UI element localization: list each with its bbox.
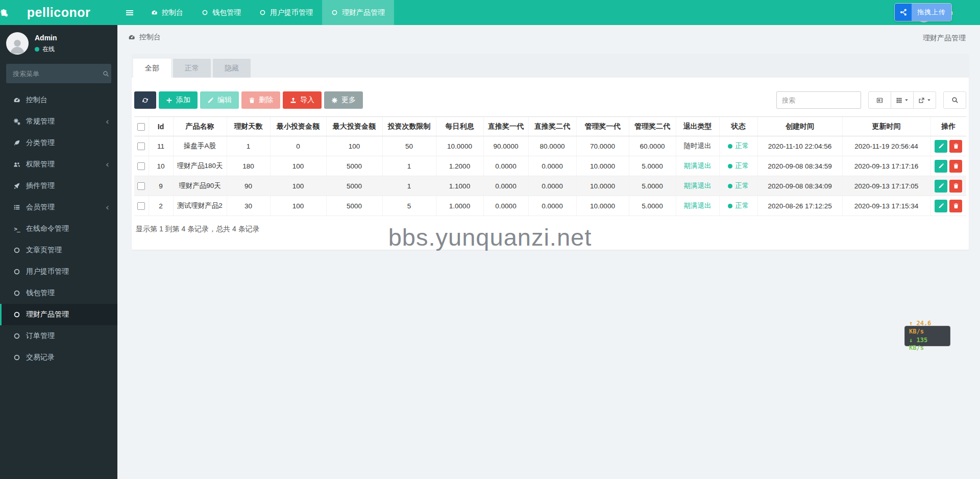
view-button-group [868, 91, 936, 109]
row-checkbox[interactable] [137, 162, 145, 170]
cell-exit-type[interactable]: 期满退出 [676, 176, 719, 196]
refresh-button[interactable] [134, 91, 156, 109]
table-row-2: 2测试理财产品230100500051.00000.00000.000010.0… [134, 196, 966, 216]
cell-id: 9 [149, 176, 173, 196]
row-checkbox[interactable] [137, 142, 145, 150]
col-header-12[interactable]: 退出类型 [676, 117, 719, 136]
topnav-tab-2[interactable]: 钱包管理 [192, 0, 250, 25]
breadcrumb[interactable]: 控制台 [128, 33, 161, 42]
row-delete-button[interactable] [949, 160, 962, 173]
table-search-input[interactable] [776, 91, 861, 109]
cell-status: 正常 [719, 176, 757, 196]
col-header-15[interactable]: 更新时间 [842, 117, 930, 136]
cell-exit-type[interactable]: 期满退出 [676, 196, 719, 216]
sidebar-item-6[interactable]: 会员管理‹ [0, 197, 117, 218]
status-dot [728, 144, 732, 149]
drag-upload-badge[interactable]: 拖拽上传 [895, 4, 951, 21]
cell-manage1: 70.0000 [576, 136, 629, 156]
col-header-2[interactable]: 产品名称 [173, 117, 227, 136]
row-delete-button[interactable] [949, 140, 962, 153]
online-dot [35, 47, 39, 52]
sidebar-user-panel: Admin 在线 [0, 25, 117, 60]
col-header-7[interactable]: 每日利息 [436, 117, 483, 136]
row-edit-button[interactable] [935, 160, 947, 173]
sidebar-item-5[interactable]: 插件管理 [0, 175, 117, 197]
more-button[interactable]: 更多 [324, 91, 363, 109]
col-header-16[interactable]: 操作 [930, 117, 966, 136]
import-button[interactable]: 导入 [283, 91, 322, 109]
row-edit-button[interactable] [935, 200, 947, 212]
sidebar-item-9[interactable]: 用户提币管理 [0, 261, 117, 282]
row-delete-button[interactable] [949, 200, 962, 212]
sidebar-item-11[interactable]: 理财产品管理 [0, 304, 117, 325]
sidebar-item-4[interactable]: 权限管理‹ [0, 154, 117, 175]
list-icon [11, 204, 22, 211]
terminal-icon: >_ [11, 226, 22, 232]
cell-interest: 1.2000 [436, 156, 483, 176]
export-button[interactable] [913, 91, 936, 109]
cell-manage1: 10.0000 [576, 156, 629, 176]
sidebar-item-12[interactable]: 订单管理 [0, 325, 117, 347]
row-checkbox[interactable] [137, 182, 145, 190]
col-header-9[interactable]: 直推奖二代 [528, 117, 576, 136]
col-header-8[interactable]: 直推奖一代 [483, 117, 528, 136]
row-delete-button[interactable] [949, 180, 962, 193]
dashboard-icon [128, 34, 135, 41]
cell-exit-type[interactable]: 随时退出 [676, 136, 719, 156]
sidebar-item-13[interactable]: 交易记录 [0, 347, 117, 368]
user-status: 在线 [35, 45, 57, 54]
sidebar-item-8[interactable]: 文章页管理 [0, 240, 117, 261]
sidebar-item-label: 交易记录 [26, 353, 55, 362]
settings-button[interactable] [0, 0, 8, 25]
col-header-14[interactable]: 创建时间 [757, 117, 842, 136]
sidebar-item-10[interactable]: 钱包管理 [0, 282, 117, 304]
menu-search-input[interactable] [13, 70, 103, 78]
cell-exit-type[interactable]: 期满退出 [676, 156, 719, 176]
filter-tab-1[interactable]: 全部 [133, 59, 171, 78]
sidebar-item-7[interactable]: >_在线命令管理 [0, 218, 117, 240]
cell-limit: 50 [382, 136, 436, 156]
sidebar-item-2[interactable]: 常规管理‹ [0, 111, 117, 132]
sidebar-item-1[interactable]: 控制台 [0, 89, 117, 111]
topnav-tab-label: 理财产品管理 [342, 8, 385, 17]
upload-speed: ↑ 24.6 KB/s [909, 320, 946, 336]
cell-actions [930, 136, 966, 156]
col-header-6[interactable]: 投资次数限制 [382, 117, 436, 136]
edit-button[interactable]: 编辑 [200, 91, 239, 109]
common-search-toggle-button[interactable] [943, 91, 966, 109]
col-header-1[interactable]: Id [149, 117, 173, 136]
sidebar-item-label: 分类管理 [26, 138, 55, 148]
sidebar-item-3[interactable]: 分类管理 [0, 132, 117, 154]
columns-button[interactable] [891, 91, 914, 109]
detail-view-button[interactable] [868, 91, 891, 109]
filter-tab-3[interactable]: 隐藏 [213, 59, 251, 78]
col-header-3[interactable]: 理财天数 [227, 117, 270, 136]
topnav-tab-3[interactable]: 用户提币管理 [250, 0, 322, 25]
data-table: Id产品名称理财天数最小投资金额最大投资金额投资次数限制每日利息直推奖一代直推奖… [134, 116, 966, 216]
gauge-icon [151, 9, 158, 16]
add-button[interactable]: 添加 [159, 91, 198, 109]
cell-interest: 1.0000 [436, 196, 483, 216]
circle-o-icon [11, 354, 22, 361]
filter-tab-bar: 全部正常隐藏 [132, 54, 969, 78]
user-avatar[interactable] [6, 32, 29, 55]
chevron-left-icon: ‹ [106, 160, 109, 169]
cell-min: 0 [270, 136, 326, 156]
row-checkbox[interactable] [137, 202, 145, 210]
topnav-tab-1[interactable]: 控制台 [142, 0, 192, 25]
cell-created: 2020-11-10 22:04:56 [757, 136, 842, 156]
sidebar-toggle-button[interactable] [118, 0, 141, 25]
col-header-10[interactable]: 管理奖一代 [576, 117, 629, 136]
col-header-5[interactable]: 最大投资金额 [326, 117, 382, 136]
col-header-13[interactable]: 状态 [719, 117, 757, 136]
delete-button[interactable]: 删除 [241, 91, 280, 109]
select-all-checkbox[interactable] [137, 123, 145, 131]
cell-select [134, 136, 149, 156]
col-header-11[interactable]: 管理奖二代 [629, 117, 676, 136]
topnav-tab-4[interactable]: 理财产品管理 [322, 0, 394, 25]
filter-tab-2[interactable]: 正常 [173, 59, 211, 78]
row-edit-button[interactable] [935, 140, 947, 153]
col-header-4[interactable]: 最小投资金额 [270, 117, 326, 136]
cell-interest: 1.1000 [436, 176, 483, 196]
row-edit-button[interactable] [935, 180, 947, 193]
